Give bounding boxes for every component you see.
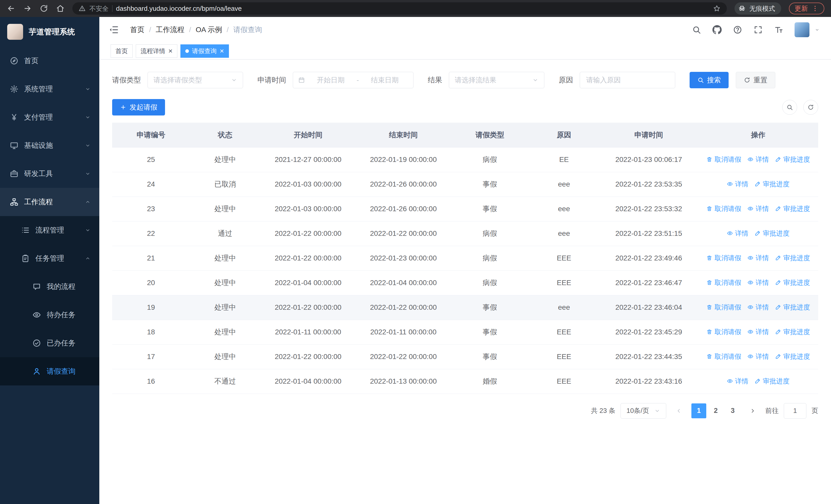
detail-link[interactable]: 详情 [747,352,769,361]
progress-link[interactable]: 审批进度 [775,254,810,263]
next-page-button[interactable] [745,404,760,418]
reason-input[interactable] [580,72,675,88]
progress-link[interactable]: 审批进度 [775,204,810,213]
detail-link[interactable]: 详情 [747,303,769,312]
sidebar-item-system[interactable]: 系统管理 [0,75,99,103]
detail-link[interactable]: 详情 [747,155,769,164]
tab-leave-query[interactable]: 请假查询× [180,45,229,58]
cell-actions: 详情审批进度 [698,172,818,197]
browser-home-icon[interactable] [56,4,65,13]
sidebar-item-label: 我的流程 [47,282,91,292]
chevron-down-icon [85,86,91,92]
breadcrumb-separator: / [189,26,191,34]
progress-link[interactable]: 审批进度 [775,155,810,164]
detail-link[interactable]: 详情 [727,180,748,188]
detail-link[interactable]: 详情 [727,229,748,238]
sidebar-item-todo-task[interactable]: 待办任务 [0,301,99,329]
tab-close-icon[interactable]: × [168,48,172,55]
bookmark-star-icon[interactable] [713,5,721,12]
cancel-link[interactable]: 取消请假 [706,327,741,336]
update-chip[interactable]: 更新 [789,3,824,14]
security-warning-icon[interactable] [79,5,86,12]
font-size-icon[interactable] [774,25,783,34]
fullscreen-icon[interactable] [753,25,763,34]
cell-start-time: 2022-01-22 00:00:00 [260,345,356,369]
breadcrumb-item[interactable]: 首页 [130,25,144,35]
browser-forward-icon[interactable] [23,4,32,13]
page-button-3[interactable]: 3 [725,404,740,418]
page-button-2[interactable]: 2 [708,404,723,418]
progress-link[interactable]: 审批进度 [775,303,810,312]
cancel-link[interactable]: 取消请假 [706,254,741,263]
sidebar-item-done-task[interactable]: 已办任务 [0,329,99,357]
browser-reload-icon[interactable] [39,4,48,13]
sidebar-item-my-process[interactable]: 我的流程 [0,272,99,301]
tab-close-icon[interactable]: × [220,48,224,55]
reset-button[interactable]: 重置 [736,72,775,88]
sidebar-item-home[interactable]: 首页 [0,47,99,75]
cancel-link[interactable]: 取消请假 [706,352,741,361]
progress-link[interactable]: 审批进度 [754,377,790,386]
page-button-1[interactable]: 1 [691,404,706,418]
browser-back-icon[interactable] [7,4,16,13]
page-size-select[interactable]: 10条/页 [621,403,666,419]
cell-apply-time: 2022-01-22 23:45:29 [599,320,698,345]
sidebar-collapse-icon[interactable] [109,25,119,35]
user-avatar[interactable] [795,22,809,37]
cell-status: 处理中 [190,270,260,295]
table-row: 25处理中2021-12-27 00:00:002022-01-19 00:00… [112,147,818,172]
detail-link[interactable]: 详情 [747,254,769,263]
cancel-link[interactable]: 取消请假 [706,278,741,287]
progress-link[interactable]: 审批进度 [775,327,810,336]
cancel-link[interactable]: 取消请假 [706,303,741,312]
apply-time-range-picker[interactable]: 开始日期 - 结束日期 [293,72,413,88]
breadcrumb-item[interactable]: OA 示例 [196,25,222,35]
progress-link[interactable]: 审批进度 [775,278,810,287]
sidebar-item-task-management[interactable]: 任务管理 [0,244,99,272]
sidebar-item-process-management[interactable]: 流程管理 [0,216,99,244]
cancel-link[interactable]: 取消请假 [706,155,741,164]
help-icon[interactable] [733,25,742,34]
detail-link[interactable]: 详情 [747,327,769,336]
tags-view: 首页流程详情×请假查询× [99,42,831,60]
progress-link[interactable]: 审批进度 [754,180,790,188]
eye-icon [747,353,753,359]
detail-link[interactable]: 详情 [727,377,748,386]
detail-link[interactable]: 详情 [747,204,769,213]
cell-leave-type: 病假 [451,147,529,172]
progress-link[interactable]: 审批进度 [775,352,810,361]
caret-down-icon[interactable] [814,27,820,32]
cancel-link[interactable]: 取消请假 [706,204,741,213]
refresh-table-button[interactable] [803,100,818,115]
leave-type-select[interactable]: 请选择请假类型 [148,72,243,88]
cell-start-time: 2022-01-04 00:00:00 [260,270,356,295]
search-icon[interactable] [692,25,701,34]
leave-type-label: 请假类型 [112,75,141,85]
search-button[interactable]: 搜索 [690,72,728,88]
edit-icon [775,304,781,310]
sidebar-item-payment[interactable]: 支付管理 [0,103,99,131]
sidebar-item-leave-query[interactable]: 请假查询 [0,357,99,385]
progress-link[interactable]: 审批进度 [754,229,790,238]
github-icon[interactable] [712,25,722,34]
detail-link[interactable]: 详情 [747,278,769,287]
cell-status: 处理中 [190,197,260,221]
sidebar-item-infrastructure[interactable]: 基础设施 [0,131,99,159]
toggle-search-form-button[interactable] [782,100,797,115]
sidebar-item-devtools[interactable]: 研发工具 [0,159,99,188]
address-bar[interactable]: 不安全 dashboard.yudao.iocoder.cn/bpm/oa/le… [73,2,727,14]
eye-icon [747,279,753,286]
chevron-right-icon [749,408,756,414]
create-leave-button[interactable]: 发起请假 [112,99,165,116]
tab-process-detail[interactable]: 流程详情× [136,45,177,58]
edit-icon [775,279,781,286]
sidebar-item-workflow[interactable]: 工作流程 [0,188,99,216]
tab-home[interactable]: 首页 [111,45,133,58]
browser-menu-icon[interactable] [811,5,819,12]
result-select[interactable]: 请选择流结果 [449,72,544,88]
goto-page-input[interactable] [784,403,806,419]
prev-page-button[interactable] [671,404,686,418]
edit-icon [775,353,781,359]
table-row: 24已取消2022-01-03 00:00:002022-01-26 00:00… [112,172,818,197]
breadcrumb-item[interactable]: 工作流程 [156,25,184,35]
